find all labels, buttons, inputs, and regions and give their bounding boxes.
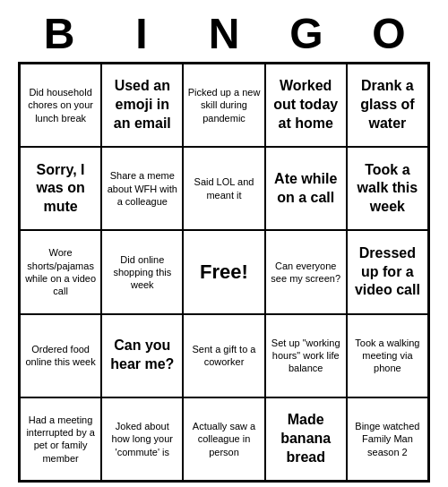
bingo-cell[interactable]: Took a walk this week xyxy=(347,147,428,230)
bingo-letter: B xyxy=(20,9,99,58)
bingo-cell[interactable]: Did online shopping this week xyxy=(101,230,183,313)
bingo-cell[interactable]: Set up "working hours" work life balance xyxy=(265,314,347,397)
bingo-cell[interactable]: Used an emoji in an email xyxy=(101,64,183,147)
bingo-letter: G xyxy=(267,9,346,58)
bingo-letter: O xyxy=(349,9,428,58)
bingo-cell[interactable]: Drank a glass of water xyxy=(347,64,428,147)
bingo-cell[interactable]: Actually saw a colleague in person xyxy=(183,397,264,481)
bingo-cell[interactable]: Did household chores on your lunch break xyxy=(20,64,101,147)
bingo-cell[interactable]: Worked out today at home xyxy=(265,64,347,147)
bingo-cell[interactable]: Free! xyxy=(183,230,264,313)
bingo-cell[interactable]: Made banana bread xyxy=(265,397,347,481)
bingo-cell[interactable]: Dressed up for a video call xyxy=(347,230,428,313)
bingo-letter: N xyxy=(185,9,263,58)
bingo-cell[interactable]: Can everyone see my screen? xyxy=(265,230,347,313)
bingo-grid: Did household chores on your lunch break… xyxy=(18,62,430,483)
bingo-cell[interactable]: Ate while on a call xyxy=(265,147,347,230)
bingo-cell[interactable]: Binge watched Family Man season 2 xyxy=(347,397,428,481)
bingo-title: BINGO xyxy=(18,9,430,58)
bingo-cell[interactable]: Can you hear me? xyxy=(101,314,183,397)
bingo-cell[interactable]: Sent a gift to a coworker xyxy=(183,314,264,397)
bingo-cell[interactable]: Wore shorts/pajamas while on a video cal… xyxy=(20,230,101,313)
bingo-cell[interactable]: Ordered food online this week xyxy=(20,314,101,397)
bingo-cell[interactable]: Had a meeting interrupted by a pet or fa… xyxy=(20,397,101,481)
bingo-cell[interactable]: Share a meme about WFH with a colleague xyxy=(101,147,183,230)
bingo-cell[interactable]: Took a walking meeting via phone xyxy=(347,314,428,397)
bingo-cell[interactable]: Picked up a new skill during pandemic xyxy=(183,64,264,147)
bingo-letter: I xyxy=(102,9,181,58)
bingo-cell[interactable]: Said LOL and meant it xyxy=(183,147,264,230)
bingo-cell[interactable]: Joked about how long your 'commute' is xyxy=(101,397,183,481)
bingo-cell[interactable]: Sorry, I was on mute xyxy=(20,147,101,230)
